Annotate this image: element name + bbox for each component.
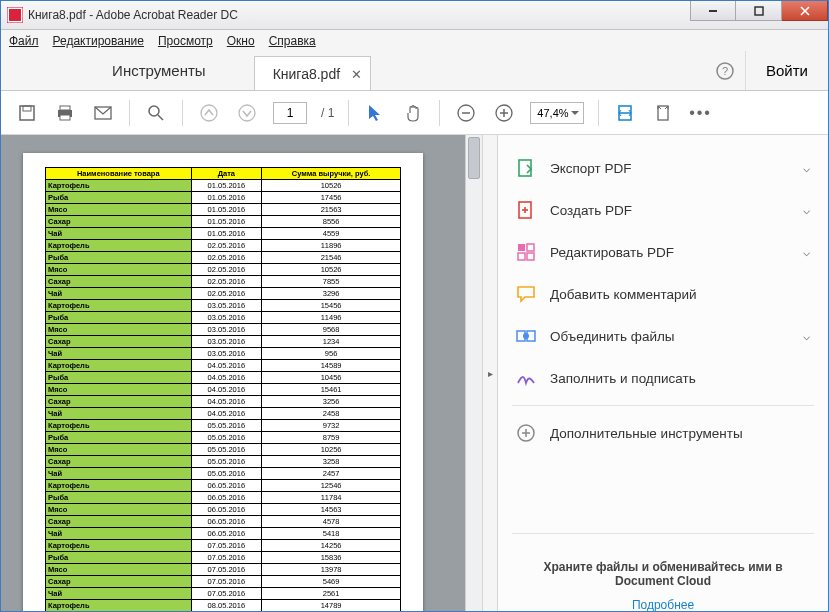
- tool-fill-sign[interactable]: Заполнить и подписать: [498, 357, 828, 399]
- page-number-input[interactable]: [273, 102, 307, 124]
- save-icon: [18, 104, 36, 122]
- menu-window[interactable]: Окно: [227, 34, 255, 48]
- tool-edit-pdf[interactable]: Редактировать PDF ⌵: [498, 231, 828, 273]
- tab-bar: Главная Инструменты Книга8.pdf ✕ ? Войти: [1, 51, 828, 91]
- export-pdf-icon: [516, 158, 536, 178]
- next-page-button[interactable]: [235, 101, 259, 125]
- table-row: Сахар02.05.20167855: [46, 276, 401, 288]
- plus-circle-icon: [516, 423, 536, 443]
- table-row: Рыба03.05.201611496: [46, 312, 401, 324]
- fit-page-button[interactable]: [651, 101, 675, 125]
- help-icon: ?: [715, 61, 735, 81]
- table-row: Рыба02.05.201621546: [46, 252, 401, 264]
- cloud-learn-more-link[interactable]: Подробнее: [518, 598, 808, 612]
- table-row: Рыба04.05.201610456: [46, 372, 401, 384]
- comment-icon: [516, 284, 536, 304]
- svg-rect-1: [9, 9, 21, 21]
- panel-collapse-handle[interactable]: ▸: [482, 135, 498, 612]
- svg-marker-18: [369, 105, 380, 121]
- svg-rect-33: [518, 253, 525, 260]
- table-row: Сахар06.05.20164578: [46, 516, 401, 528]
- table-row: Чай03.05.2016956: [46, 348, 401, 360]
- hand-tool[interactable]: [401, 101, 425, 125]
- chevron-down-icon: ⌵: [803, 245, 810, 259]
- email-button[interactable]: [91, 101, 115, 125]
- cloud-promo: Храните файлы и обменивайтесь ими в Docu…: [498, 540, 828, 612]
- svg-line-5: [801, 7, 809, 15]
- svg-rect-12: [60, 115, 70, 120]
- save-button[interactable]: [15, 101, 39, 125]
- tool-export-pdf[interactable]: Экспорт PDF ⌵: [498, 147, 828, 189]
- zoom-out-button[interactable]: [454, 101, 478, 125]
- menu-file[interactable]: Файл: [9, 34, 39, 48]
- fit-width-icon: [616, 104, 634, 122]
- vertical-scrollbar[interactable]: [465, 135, 482, 612]
- menu-view[interactable]: Просмотр: [158, 34, 213, 48]
- svg-rect-3: [755, 7, 763, 15]
- chevron-down-icon: ⌵: [803, 203, 810, 217]
- table-row: Мясо03.05.20169568: [46, 324, 401, 336]
- app-icon: [7, 7, 23, 23]
- print-icon: [55, 104, 75, 122]
- svg-point-17: [239, 105, 255, 121]
- svg-rect-34: [527, 253, 534, 260]
- tool-more[interactable]: Дополнительные инструменты: [498, 412, 828, 454]
- print-button[interactable]: [53, 101, 77, 125]
- menu-edit[interactable]: Редактирование: [53, 34, 144, 48]
- title-bar: Книга8.pdf - Adobe Acrobat Reader DC: [1, 1, 828, 30]
- table-row: Чай06.05.20165418: [46, 528, 401, 540]
- prev-page-button[interactable]: [197, 101, 221, 125]
- tab-document[interactable]: Книга8.pdf ✕: [254, 56, 371, 90]
- table-row: Картофель01.05.201610526: [46, 180, 401, 192]
- tool-create-pdf[interactable]: Создать PDF ⌵: [498, 189, 828, 231]
- svg-point-16: [201, 105, 217, 121]
- table-row: Картофель07.05.201614256: [46, 540, 401, 552]
- table-row: Сахар01.05.20168556: [46, 216, 401, 228]
- more-tools-button[interactable]: •••: [689, 101, 713, 125]
- combine-icon: [516, 326, 536, 346]
- zoom-in-button[interactable]: [492, 101, 516, 125]
- tool-add-comment[interactable]: Добавить комментарий: [498, 273, 828, 315]
- sign-in-button[interactable]: Войти: [745, 51, 828, 90]
- col-name: Наименование товара: [46, 168, 192, 180]
- close-button[interactable]: [782, 1, 828, 21]
- col-sum: Сумма выручки, руб.: [262, 168, 401, 180]
- page-total: / 1: [321, 106, 334, 120]
- help-button[interactable]: ?: [705, 51, 745, 90]
- table-row: Чай01.05.20164559: [46, 228, 401, 240]
- tool-combine-files[interactable]: Объединить файлы ⌵: [498, 315, 828, 357]
- svg-line-15: [158, 115, 163, 120]
- table-row: Мясо07.05.201613978: [46, 564, 401, 576]
- table-row: Картофель06.05.201612546: [46, 480, 401, 492]
- fit-width-button[interactable]: [613, 101, 637, 125]
- table-row: Рыба01.05.201617456: [46, 192, 401, 204]
- tab-close-icon[interactable]: ✕: [351, 67, 362, 82]
- search-button[interactable]: [144, 101, 168, 125]
- zoom-select[interactable]: 47,4%: [530, 102, 583, 124]
- tab-document-label: Книга8.pdf: [273, 66, 340, 82]
- document-area[interactable]: Наименование товара Дата Сумма выручки, …: [1, 135, 482, 612]
- svg-rect-8: [20, 106, 34, 120]
- table-row: Мясо05.05.201610256: [46, 444, 401, 456]
- edit-pdf-icon: [516, 242, 536, 262]
- svg-rect-32: [527, 244, 534, 251]
- chevron-down-icon: ⌵: [803, 329, 810, 343]
- svg-rect-11: [60, 106, 70, 110]
- mail-icon: [93, 105, 113, 121]
- maximize-button[interactable]: [736, 1, 782, 21]
- table-row: Сахар05.05.20163258: [46, 456, 401, 468]
- fit-page-icon: [654, 104, 672, 122]
- selection-tool[interactable]: [363, 101, 387, 125]
- svg-point-37: [523, 333, 529, 339]
- scrollbar-thumb[interactable]: [468, 137, 480, 179]
- table-row: Мясо02.05.201610526: [46, 264, 401, 276]
- svg-text:?: ?: [722, 65, 728, 77]
- tab-tools[interactable]: Инструменты: [94, 51, 224, 90]
- minimize-button[interactable]: [690, 1, 736, 21]
- chevron-down-icon: ⌵: [803, 161, 810, 175]
- arrow-up-icon: [200, 104, 218, 122]
- menu-help[interactable]: Справка: [269, 34, 316, 48]
- ellipsis-icon: •••: [689, 104, 712, 122]
- table-row: Картофель08.05.201614789: [46, 600, 401, 612]
- table-row: Сахар04.05.20163256: [46, 396, 401, 408]
